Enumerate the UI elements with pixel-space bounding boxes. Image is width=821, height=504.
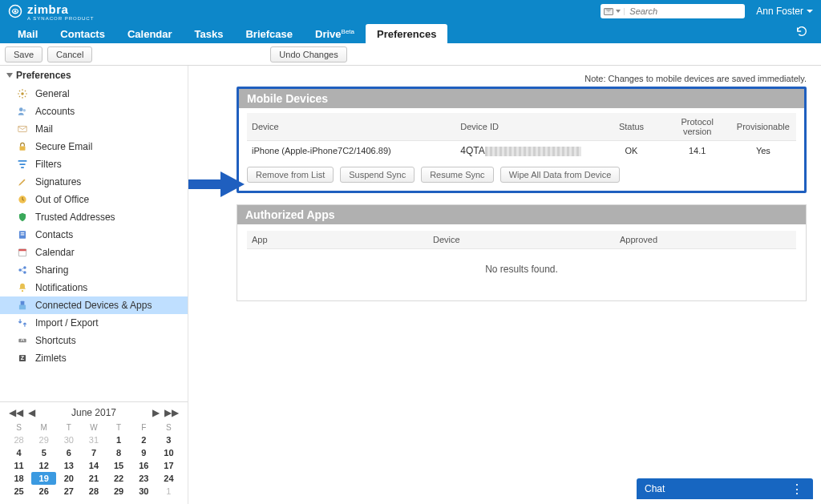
cal-day[interactable]: 13	[56, 459, 81, 472]
sidebar-item-sharing[interactable]: Sharing	[0, 261, 188, 279]
sidebar-item-general[interactable]: General	[0, 85, 188, 103]
sidebar-item-contacts[interactable]: Contacts	[0, 226, 188, 244]
undo-changes-button[interactable]: Undo Changes	[270, 46, 346, 62]
cal-day[interactable]: 14	[81, 459, 106, 472]
refresh-button[interactable]	[789, 22, 815, 43]
search-box[interactable]	[601, 4, 745, 18]
cal-last-button[interactable]: ▶▶	[162, 405, 181, 420]
cal-day[interactable]: 26	[31, 485, 56, 498]
sidebar-item-out-of-office[interactable]: Out of Office	[0, 191, 188, 208]
cal-day[interactable]: 20	[56, 472, 81, 485]
sidebar-item-label: Zimlets	[35, 353, 67, 364]
cal-dow: W	[81, 421, 106, 433]
cal-day[interactable]: 8	[107, 446, 131, 459]
cal-day[interactable]: 2	[131, 433, 156, 446]
cal-day[interactable]: 27	[56, 485, 81, 498]
sidebar-item-label: Signatures	[35, 176, 81, 187]
cal-day[interactable]: 28	[81, 485, 106, 498]
sidebar-item-trusted-addresses[interactable]: Trusted Addresses	[0, 208, 188, 226]
sidebar-item-notifications[interactable]: Notifications	[0, 279, 188, 296]
mini-calendar-title[interactable]: June 2017	[38, 405, 150, 420]
cal-day[interactable]: 25	[6, 485, 31, 498]
svg-point-5	[19, 107, 23, 111]
save-button[interactable]: Save	[5, 46, 42, 62]
filters-icon	[16, 158, 29, 171]
cal-day[interactable]: 30	[56, 433, 81, 446]
suspend-sync-button[interactable]: Suspend Sync	[340, 167, 415, 183]
tab-mail[interactable]: Mail	[6, 24, 49, 43]
cal-day[interactable]: 15	[107, 459, 131, 472]
tab-preferences[interactable]: Preferences	[366, 24, 447, 43]
cal-day[interactable]: 11	[6, 459, 31, 472]
sidebar-item-label: Contacts	[35, 229, 73, 240]
cal-day[interactable]: 6	[56, 446, 81, 459]
sidebar-item-mail[interactable]: Mail	[0, 120, 188, 138]
svg-rect-14	[18, 249, 26, 251]
cal-day[interactable]: 4	[6, 446, 31, 459]
device-protocol-cell: 14.1	[665, 141, 730, 161]
cal-day[interactable]: 29	[31, 433, 56, 446]
chat-menu-icon[interactable]: ⋮	[791, 482, 805, 497]
preferences-header[interactable]: Preferences	[0, 66, 188, 85]
cal-first-button[interactable]: ◀◀	[6, 405, 26, 420]
svg-point-16	[23, 266, 26, 269]
user-name: Ann Foster	[756, 6, 803, 17]
cancel-button[interactable]: Cancel	[47, 46, 92, 62]
sidebar-item-calendar[interactable]: Calendar	[0, 244, 188, 261]
cal-day[interactable]: 19	[31, 472, 56, 485]
cal-day[interactable]: 21	[81, 472, 106, 485]
cal-day[interactable]: 23	[131, 472, 156, 485]
cal-dow: T	[107, 421, 131, 433]
svg-rect-12	[21, 234, 25, 235]
cal-day[interactable]: 18	[6, 472, 31, 485]
cal-day[interactable]: 3	[156, 433, 181, 446]
logo: zimbra A SYNACOR PRODUCT	[8, 2, 94, 21]
cal-day[interactable]: 30	[131, 485, 156, 498]
device-provisionable-cell: Yes	[730, 141, 796, 161]
sidebar-item-secure-email[interactable]: Secure Email	[0, 138, 188, 155]
sidebar-item-connected-devices-apps[interactable]: Connected Devices & Apps	[0, 296, 188, 314]
cal-day[interactable]: 17	[156, 459, 181, 472]
resume-sync-button[interactable]: Resume Sync	[421, 167, 493, 183]
tab-contacts[interactable]: Contacts	[49, 24, 116, 43]
mail-icon	[604, 8, 613, 15]
tab-calendar[interactable]: Calendar	[116, 24, 184, 43]
sidebar-item-shortcuts[interactable]: AShortcuts	[0, 332, 188, 349]
search-scope[interactable]	[604, 8, 625, 15]
remove-from-list-button[interactable]: Remove from List	[247, 167, 334, 183]
cal-day[interactable]: 12	[31, 459, 56, 472]
sidebar-item-filters[interactable]: Filters	[0, 155, 188, 173]
preferences-sidebar: Preferences GeneralAccountsMailSecure Em…	[0, 66, 188, 504]
wipe-all-data-from-device-button[interactable]: Wipe All Data from Device	[500, 167, 621, 183]
cal-day[interactable]: 9	[131, 446, 156, 459]
search-input[interactable]	[628, 6, 742, 17]
tab-drive[interactable]: DriveBeta	[304, 24, 366, 43]
tab-briefcase[interactable]: Briefcase	[234, 24, 304, 43]
chevron-down-icon	[807, 10, 813, 13]
sidebar-item-label: Secure Email	[35, 141, 92, 152]
cal-next-button[interactable]: ▶	[150, 405, 162, 420]
sidebar-item-signatures[interactable]: Signatures	[0, 173, 188, 191]
table-row[interactable]: iPhone (Apple-iPhone7C2/1406.89) 4QTA OK…	[247, 141, 796, 161]
cal-day[interactable]: 7	[81, 446, 106, 459]
zimlet-icon: Z	[16, 352, 29, 365]
sidebar-item-zimlets[interactable]: ZZimlets	[0, 349, 188, 367]
cal-prev-button[interactable]: ◀	[26, 405, 38, 420]
cal-day[interactable]: 5	[31, 446, 56, 459]
cal-day[interactable]: 24	[156, 472, 181, 485]
cal-day[interactable]: 29	[107, 485, 131, 498]
cal-day[interactable]: 31	[81, 433, 106, 446]
cal-day[interactable]: 1	[107, 433, 131, 446]
refresh-icon	[795, 25, 808, 38]
cal-day[interactable]: 1	[156, 485, 181, 498]
toolbar: Save Cancel Undo Changes	[0, 43, 821, 66]
sidebar-item-accounts[interactable]: Accounts	[0, 103, 188, 120]
cal-day[interactable]: 16	[131, 459, 156, 472]
cal-day[interactable]: 10	[156, 446, 181, 459]
chat-bar[interactable]: Chat ⋮	[637, 478, 813, 499]
user-menu[interactable]: Ann Foster	[756, 6, 813, 17]
cal-day[interactable]: 28	[6, 433, 31, 446]
tab-tasks[interactable]: Tasks	[184, 24, 235, 43]
cal-day[interactable]: 22	[107, 472, 131, 485]
sidebar-item-import-export[interactable]: Import / Export	[0, 314, 188, 332]
